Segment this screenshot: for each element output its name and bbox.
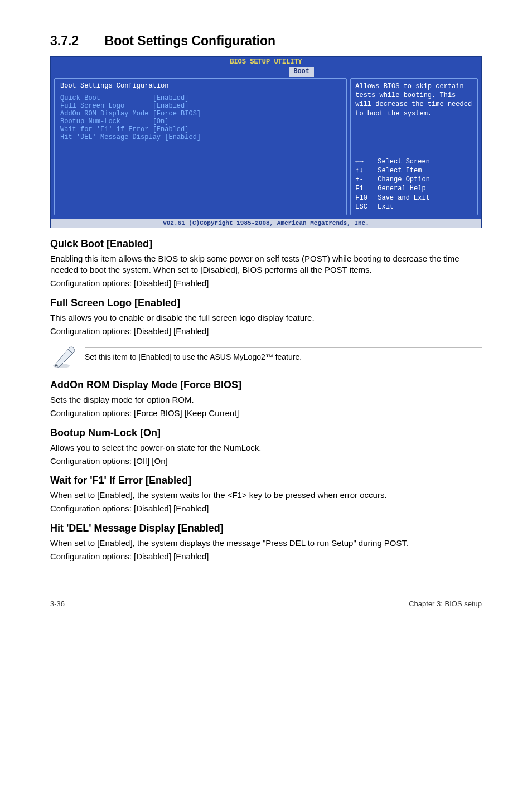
section-title: Boot Settings Configuration	[105, 33, 276, 49]
bios-help-text: Allows BIOS to skip certain tests while …	[355, 83, 472, 118]
bios-row: AddOn ROM Display Mode [Force BIOS]	[60, 110, 341, 118]
addonrom-desc: Sets the display mode for option ROM.	[50, 394, 482, 405]
pen-icon	[50, 342, 77, 371]
addonrom-title: AddOn ROM Display Mode [Force BIOS]	[50, 379, 482, 391]
bios-left-panel: Boot Settings Configuration Quick Boot […	[54, 78, 347, 215]
quickboot-desc: Enabling this item allows the BIOS to sk…	[50, 253, 482, 276]
hitdel-desc: When set to [Enabled], the system displa…	[50, 538, 482, 549]
page-footer: 3-36 Chapter 3: BIOS setup	[50, 596, 482, 608]
waitf1-options: Configuration options: [Disabled] [Enabl…	[50, 503, 482, 514]
section-number: 3.7.2	[50, 33, 79, 49]
fullscreenlogo-options: Configuration options: [Disabled] [Enabl…	[50, 326, 482, 337]
bios-row: Quick Boot [Enabled]	[60, 94, 341, 102]
hitdel-options: Configuration options: [Disabled] [Enabl…	[50, 551, 482, 562]
bios-row: Hit 'DEL' Message Display [Enabled]	[60, 133, 341, 141]
chapter-label: Chapter 3: BIOS setup	[409, 600, 482, 608]
numlock-desc: Allows you to select the power-on state …	[50, 442, 482, 453]
quickboot-options: Configuration options: [Disabled] [Enabl…	[50, 278, 482, 289]
bios-tab-boot: Boot	[289, 67, 314, 77]
bios-key-row: ←→Select Screen	[355, 157, 473, 166]
addonrom-options: Configuration options: [Force BIOS] [Kee…	[50, 408, 482, 419]
bios-right-panel: Allows BIOS to skip certain tests while …	[350, 78, 478, 215]
section-heading: 3.7.2 Boot Settings Configuration	[50, 33, 482, 49]
bios-title: BIOS SETUP UTILITY	[51, 57, 481, 67]
bios-key-row: ↑↓Select Item	[355, 166, 473, 175]
waitf1-desc: When set to [Enabled], the system waits …	[50, 490, 482, 501]
fullscreenlogo-title: Full Screen Logo [Enabled]	[50, 297, 482, 309]
bios-key-row: F1General Help	[355, 184, 473, 193]
waitf1-title: Wait for 'F1' If Error [Enabled]	[50, 475, 482, 486]
bios-row: Wait for 'F1' if Error [Enabled]	[60, 125, 341, 133]
note-text: Set this item to [Enabled] to use the AS…	[85, 347, 482, 366]
fullscreenlogo-desc: This allows you to enable or disable the…	[50, 312, 482, 323]
note-box: Set this item to [Enabled] to use the AS…	[50, 342, 482, 371]
bios-help-box: Allows BIOS to skip certain tests while …	[350, 78, 478, 215]
bios-row: Bootup Num-Lock [On]	[60, 118, 341, 125]
bios-key-row: ESCExit	[355, 202, 473, 211]
bios-key-row: +-Change Option	[355, 175, 473, 184]
bios-screenshot: BIOS SETUP UTILITY Boot Boot Settings Co…	[50, 56, 482, 228]
bios-key-row: F10Save and Exit	[355, 194, 473, 202]
bios-row: Full Screen Logo [Enabled]	[60, 102, 341, 110]
hitdel-title: Hit 'DEL' Message Display [Enabled]	[50, 523, 482, 534]
bios-keys: ←→Select Screen ↑↓Select Item +-Change O…	[355, 157, 473, 211]
quickboot-title: Quick Boot [Enabled]	[50, 238, 482, 250]
bios-copyright: v02.61 (C)Copyright 1985-2008, American …	[51, 219, 481, 228]
page-number: 3-36	[50, 600, 65, 608]
bios-tab-row: Boot	[51, 67, 481, 77]
numlock-options: Configuration options: [Off] [On]	[50, 456, 482, 467]
numlock-title: Bootup Num-Lock [On]	[50, 427, 482, 439]
bios-config-title: Boot Settings Configuration	[60, 82, 341, 90]
